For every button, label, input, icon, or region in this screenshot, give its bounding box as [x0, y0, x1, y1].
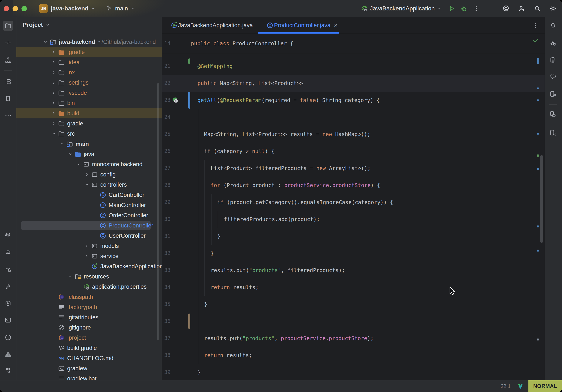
minimize-window-button[interactable] [12, 6, 18, 11]
chevron-collapsed-icon[interactable] [50, 59, 58, 65]
notifications-button[interactable] [548, 21, 558, 31]
device-explorer-tool-button[interactable] [548, 128, 558, 138]
project-tool-button[interactable] [3, 21, 13, 31]
line-number[interactable]: 39 [162, 369, 170, 375]
tree-item-gitattributes[interactable]: .gitattributes [16, 312, 162, 322]
tree-item-config[interactable]: config [16, 169, 162, 180]
vcs-change-marker[interactable] [188, 314, 190, 329]
chevron-collapsed-icon[interactable] [50, 110, 58, 116]
chevron-expanded-icon[interactable] [66, 151, 74, 157]
line-number[interactable]: 14 [162, 40, 170, 46]
git-tool-button[interactable] [3, 366, 13, 376]
code-line-24[interactable]: 24 [162, 109, 545, 126]
chevron-expanded-icon[interactable] [41, 39, 49, 45]
tree-item-src[interactable]: src [16, 129, 162, 139]
chevron-expanded-icon[interactable] [66, 274, 74, 279]
sticky-code-line-14[interactable]: 14public class ProductController { [162, 34, 545, 53]
tree-item-changelog-md[interactable]: MCHANGELOG.md [16, 353, 162, 363]
line-number[interactable]: 29 [162, 199, 170, 205]
tab-options-button[interactable] [532, 22, 539, 29]
code-line-36[interactable]: 36 [162, 313, 545, 330]
tree-item-vscode[interactable]: .vscode [16, 88, 162, 98]
code-line-33[interactable]: 33results.put("products", filteredProduc… [162, 262, 545, 279]
database-tool-button[interactable] [548, 55, 558, 65]
error-stripe-mark[interactable] [537, 133, 539, 135]
chevron-collapsed-icon[interactable] [50, 49, 58, 55]
line-number[interactable]: 34 [162, 284, 170, 290]
problems-tool-button[interactable] [3, 332, 13, 343]
profiler-tool-button[interactable] [3, 264, 13, 275]
code-line-22[interactable]: 22public Map<String, List<Product>> [162, 75, 545, 92]
tree-item-gradle[interactable]: .gradle [16, 47, 162, 57]
line-number[interactable]: 26 [162, 148, 170, 154]
vim-mode-badge[interactable]: NORMAL [528, 380, 562, 392]
copilot-tool-button[interactable] [3, 230, 13, 240]
code-line-37[interactable]: 37results.put("products", productService… [162, 330, 545, 347]
tree-item-usercontroller[interactable]: CUserController [16, 231, 162, 241]
code-line-31[interactable]: 31} [162, 228, 545, 245]
tree-item-models[interactable]: models [16, 241, 162, 251]
tree-item-javabackendapplication[interactable]: JavaBackendApplication [16, 261, 162, 272]
frames-tool-button[interactable] [3, 77, 13, 87]
error-stripe-mark[interactable] [537, 168, 539, 170]
line-number[interactable]: 35 [162, 301, 170, 307]
tree-item-build[interactable]: build [16, 108, 162, 119]
tree-item-main[interactable]: main [16, 139, 162, 149]
tree-item-gradle[interactable]: gradle [16, 119, 162, 129]
services-tool-button[interactable] [3, 298, 13, 309]
line-number[interactable]: 30 [162, 216, 170, 222]
line-number[interactable]: 28 [162, 182, 170, 188]
line-number[interactable]: 24 [162, 114, 170, 120]
tab-productcontroller-java[interactable]: CProductController.java× [261, 17, 343, 33]
code-line-38[interactable]: 38return results; [162, 347, 545, 364]
code-line-39[interactable]: 39} [162, 364, 545, 380]
error-stripe-mark[interactable] [537, 87, 539, 89]
structure-tool-button[interactable] [3, 55, 13, 65]
error-stripe-mark[interactable] [537, 99, 539, 101]
tree-item-cartcontroller[interactable]: CCartController [16, 190, 162, 200]
line-number[interactable]: 22 [162, 80, 170, 86]
chevron-collapsed-icon[interactable] [50, 100, 58, 106]
code-line-32[interactable]: 32} [162, 245, 545, 262]
ideavim-icon[interactable] [517, 383, 524, 390]
line-number[interactable]: 27 [162, 165, 170, 171]
tree-item-application-properties[interactable]: application.properties [16, 282, 162, 292]
line-number[interactable]: 25 [162, 131, 170, 137]
line-number[interactable]: 21 [162, 63, 170, 69]
tree-item-gradlew-bat[interactable]: gradlew.bat [16, 373, 162, 380]
tree-item-java-backend[interactable]: java-backend~/Github/java-backend [16, 37, 162, 47]
commit-tool-button[interactable] [3, 38, 13, 48]
project-selector[interactable]: JB java-backend [39, 4, 96, 13]
tab-javabackendapplication-java[interactable]: JavaBackendApplication.java [165, 17, 258, 33]
tree-item-java[interactable]: java [16, 149, 162, 159]
tree-item-resources[interactable]: resources [16, 272, 162, 282]
incognito-tool-button[interactable] [3, 247, 13, 257]
vcs-change-marker[interactable] [188, 59, 190, 64]
chevron-expanded-icon[interactable] [58, 141, 66, 147]
line-number[interactable]: 32 [162, 250, 170, 256]
more-actions-button[interactable] [471, 4, 481, 13]
project-panel-header[interactable]: Project [23, 22, 50, 28]
tree-item-bin[interactable]: bin [16, 98, 162, 108]
code-line-27[interactable]: 27List<Product> filteredProducts = new A… [162, 160, 545, 177]
search-everywhere-button[interactable] [533, 4, 542, 13]
tree-item-settings[interactable]: .settings [16, 78, 162, 88]
chevron-collapsed-icon[interactable] [83, 172, 91, 177]
warnings-tool-button[interactable] [3, 349, 13, 359]
tree-item-build-gradle[interactable]: build.gradle [16, 343, 162, 353]
code-line-35[interactable]: 35} [162, 296, 545, 313]
error-stripe-mark[interactable] [537, 338, 539, 341]
tree-item-factorypath[interactable]: .factorypath [16, 302, 162, 312]
tree-item-gitignore[interactable]: .gitignore [16, 322, 162, 333]
tree-item-idea[interactable]: .idea [16, 57, 162, 67]
code-line-26[interactable]: 26if (category ≠ null) { [162, 143, 545, 160]
ai-chat-tool-button[interactable] [548, 38, 558, 48]
code-line-23[interactable]: 23getAll(@RequestParam(required = false)… [162, 92, 545, 109]
caret-position-widget[interactable]: 22:1 [501, 383, 511, 389]
code-line-30[interactable]: 30filteredProducts.add(product); [162, 211, 545, 228]
chevron-collapsed-icon[interactable] [50, 121, 58, 126]
code-with-me-button[interactable] [517, 4, 526, 13]
tree-item-project[interactable]: .project [16, 333, 162, 343]
tree-item-ordercontroller[interactable]: COrderController [16, 210, 162, 220]
debug-button[interactable] [459, 4, 468, 13]
